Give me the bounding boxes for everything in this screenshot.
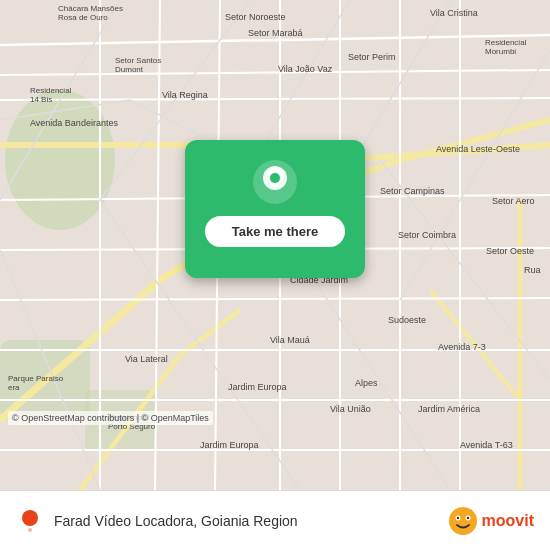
moovit-label: moovit bbox=[482, 512, 534, 530]
svg-point-51 bbox=[449, 507, 477, 535]
map-attribution: © OpenStreetMap contributors | © OpenMap… bbox=[8, 411, 213, 425]
moovit-icon bbox=[448, 506, 478, 536]
place-name: Farad Vídeo Locadora, Goiania Region bbox=[54, 513, 298, 529]
svg-point-47 bbox=[270, 173, 280, 183]
svg-point-54 bbox=[456, 516, 458, 518]
moovit-logo: moovit bbox=[448, 506, 534, 536]
bottom-bar: Farad Vídeo Locadora, Goiania Region moo… bbox=[0, 490, 550, 550]
location-pin-icon bbox=[253, 160, 297, 204]
take-me-there-button[interactable]: Take me there bbox=[205, 216, 345, 247]
svg-point-50 bbox=[28, 528, 32, 532]
bottom-location-icon bbox=[16, 507, 44, 535]
map-container: Chácara MansõesRosa de Ouro Setor Noroes… bbox=[0, 0, 550, 490]
svg-point-55 bbox=[466, 516, 468, 518]
card-arrow bbox=[261, 262, 289, 278]
take-me-there-card: Take me there bbox=[185, 140, 365, 278]
